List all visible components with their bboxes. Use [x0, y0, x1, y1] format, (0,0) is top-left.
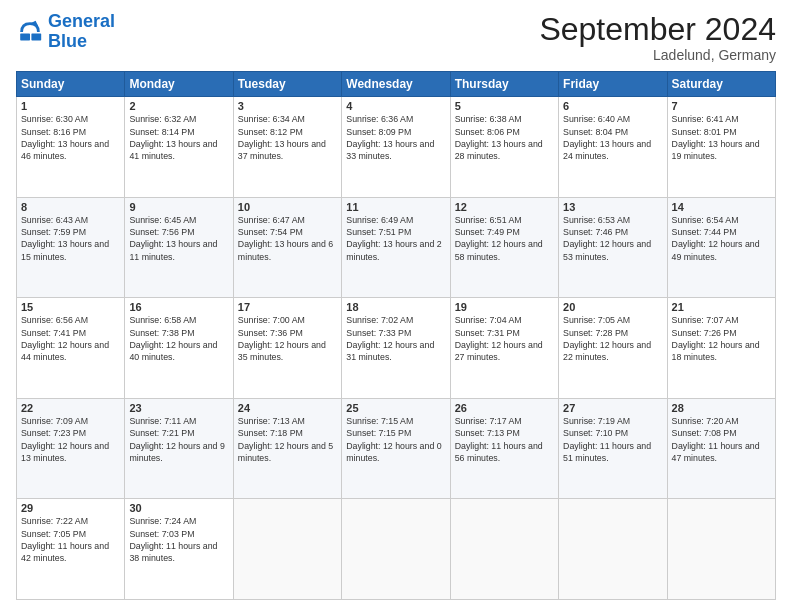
day-info: Sunrise: 7:19 AMSunset: 7:10 PMDaylight:… [563, 415, 662, 464]
calendar-cell: 2Sunrise: 6:32 AMSunset: 8:14 PMDaylight… [125, 97, 233, 198]
calendar-cell: 9Sunrise: 6:45 AMSunset: 7:56 PMDaylight… [125, 197, 233, 298]
calendar-cell [667, 499, 775, 600]
weekday-header: Friday [559, 72, 667, 97]
weekday-header: Tuesday [233, 72, 341, 97]
day-info: Sunrise: 6:40 AMSunset: 8:04 PMDaylight:… [563, 113, 662, 162]
day-info: Sunrise: 7:24 AMSunset: 7:03 PMDaylight:… [129, 515, 228, 564]
day-info: Sunrise: 6:41 AMSunset: 8:01 PMDaylight:… [672, 113, 771, 162]
day-number: 16 [129, 301, 228, 313]
logo-text: General Blue [48, 12, 115, 52]
weekday-header: Saturday [667, 72, 775, 97]
day-info: Sunrise: 7:07 AMSunset: 7:26 PMDaylight:… [672, 314, 771, 363]
day-number: 17 [238, 301, 337, 313]
day-info: Sunrise: 6:47 AMSunset: 7:54 PMDaylight:… [238, 214, 337, 263]
title-block: September 2024 Ladelund, Germany [539, 12, 776, 63]
day-info: Sunrise: 6:38 AMSunset: 8:06 PMDaylight:… [455, 113, 554, 162]
day-number: 3 [238, 100, 337, 112]
weekday-header: Wednesday [342, 72, 450, 97]
calendar-cell: 22Sunrise: 7:09 AMSunset: 7:23 PMDayligh… [17, 398, 125, 499]
location: Ladelund, Germany [539, 47, 776, 63]
day-info: Sunrise: 7:22 AMSunset: 7:05 PMDaylight:… [21, 515, 120, 564]
day-info: Sunrise: 6:56 AMSunset: 7:41 PMDaylight:… [21, 314, 120, 363]
day-number: 25 [346, 402, 445, 414]
calendar-cell: 10Sunrise: 6:47 AMSunset: 7:54 PMDayligh… [233, 197, 341, 298]
day-number: 2 [129, 100, 228, 112]
logo-line1: General [48, 11, 115, 31]
day-number: 14 [672, 201, 771, 213]
calendar-cell: 26Sunrise: 7:17 AMSunset: 7:13 PMDayligh… [450, 398, 558, 499]
day-number: 30 [129, 502, 228, 514]
day-number: 12 [455, 201, 554, 213]
day-info: Sunrise: 6:43 AMSunset: 7:59 PMDaylight:… [21, 214, 120, 263]
calendar-cell: 8Sunrise: 6:43 AMSunset: 7:59 PMDaylight… [17, 197, 125, 298]
day-info: Sunrise: 7:00 AMSunset: 7:36 PMDaylight:… [238, 314, 337, 363]
day-info: Sunrise: 6:58 AMSunset: 7:38 PMDaylight:… [129, 314, 228, 363]
day-number: 29 [21, 502, 120, 514]
day-info: Sunrise: 7:09 AMSunset: 7:23 PMDaylight:… [21, 415, 120, 464]
calendar-cell: 16Sunrise: 6:58 AMSunset: 7:38 PMDayligh… [125, 298, 233, 399]
calendar-cell [342, 499, 450, 600]
calendar-cell: 5Sunrise: 6:38 AMSunset: 8:06 PMDaylight… [450, 97, 558, 198]
page: General Blue September 2024 Ladelund, Ge… [0, 0, 792, 612]
logo: General Blue [16, 12, 115, 52]
calendar-cell: 19Sunrise: 7:04 AMSunset: 7:31 PMDayligh… [450, 298, 558, 399]
calendar-cell: 6Sunrise: 6:40 AMSunset: 8:04 PMDaylight… [559, 97, 667, 198]
day-info: Sunrise: 7:15 AMSunset: 7:15 PMDaylight:… [346, 415, 445, 464]
day-number: 11 [346, 201, 445, 213]
calendar-cell: 13Sunrise: 6:53 AMSunset: 7:46 PMDayligh… [559, 197, 667, 298]
calendar-cell: 7Sunrise: 6:41 AMSunset: 8:01 PMDaylight… [667, 97, 775, 198]
top-section: General Blue September 2024 Ladelund, Ge… [16, 12, 776, 63]
logo-icon [16, 18, 44, 46]
calendar-cell: 11Sunrise: 6:49 AMSunset: 7:51 PMDayligh… [342, 197, 450, 298]
day-info: Sunrise: 7:11 AMSunset: 7:21 PMDaylight:… [129, 415, 228, 464]
day-number: 15 [21, 301, 120, 313]
calendar-cell: 28Sunrise: 7:20 AMSunset: 7:08 PMDayligh… [667, 398, 775, 499]
day-info: Sunrise: 6:34 AMSunset: 8:12 PMDaylight:… [238, 113, 337, 162]
day-number: 27 [563, 402, 662, 414]
day-info: Sunrise: 7:17 AMSunset: 7:13 PMDaylight:… [455, 415, 554, 464]
day-info: Sunrise: 6:54 AMSunset: 7:44 PMDaylight:… [672, 214, 771, 263]
svg-rect-0 [20, 33, 30, 40]
day-info: Sunrise: 6:32 AMSunset: 8:14 PMDaylight:… [129, 113, 228, 162]
day-number: 20 [563, 301, 662, 313]
weekday-header: Monday [125, 72, 233, 97]
calendar-cell: 30Sunrise: 7:24 AMSunset: 7:03 PMDayligh… [125, 499, 233, 600]
day-number: 10 [238, 201, 337, 213]
day-number: 7 [672, 100, 771, 112]
day-number: 4 [346, 100, 445, 112]
day-number: 18 [346, 301, 445, 313]
weekday-header: Sunday [17, 72, 125, 97]
day-info: Sunrise: 7:13 AMSunset: 7:18 PMDaylight:… [238, 415, 337, 464]
calendar-cell: 17Sunrise: 7:00 AMSunset: 7:36 PMDayligh… [233, 298, 341, 399]
day-number: 6 [563, 100, 662, 112]
logo-line2: Blue [48, 31, 87, 51]
day-number: 24 [238, 402, 337, 414]
day-number: 13 [563, 201, 662, 213]
calendar-cell: 29Sunrise: 7:22 AMSunset: 7:05 PMDayligh… [17, 499, 125, 600]
calendar-cell: 15Sunrise: 6:56 AMSunset: 7:41 PMDayligh… [17, 298, 125, 399]
day-number: 28 [672, 402, 771, 414]
month-title: September 2024 [539, 12, 776, 47]
day-info: Sunrise: 7:05 AMSunset: 7:28 PMDaylight:… [563, 314, 662, 363]
day-number: 26 [455, 402, 554, 414]
day-number: 8 [21, 201, 120, 213]
day-info: Sunrise: 7:20 AMSunset: 7:08 PMDaylight:… [672, 415, 771, 464]
day-info: Sunrise: 6:45 AMSunset: 7:56 PMDaylight:… [129, 214, 228, 263]
day-number: 1 [21, 100, 120, 112]
day-info: Sunrise: 7:04 AMSunset: 7:31 PMDaylight:… [455, 314, 554, 363]
day-info: Sunrise: 6:53 AMSunset: 7:46 PMDaylight:… [563, 214, 662, 263]
weekday-header: Thursday [450, 72, 558, 97]
day-info: Sunrise: 6:36 AMSunset: 8:09 PMDaylight:… [346, 113, 445, 162]
day-info: Sunrise: 6:51 AMSunset: 7:49 PMDaylight:… [455, 214, 554, 263]
day-info: Sunrise: 6:30 AMSunset: 8:16 PMDaylight:… [21, 113, 120, 162]
calendar-cell: 3Sunrise: 6:34 AMSunset: 8:12 PMDaylight… [233, 97, 341, 198]
calendar-cell: 23Sunrise: 7:11 AMSunset: 7:21 PMDayligh… [125, 398, 233, 499]
calendar-cell: 27Sunrise: 7:19 AMSunset: 7:10 PMDayligh… [559, 398, 667, 499]
day-info: Sunrise: 6:49 AMSunset: 7:51 PMDaylight:… [346, 214, 445, 263]
calendar-cell: 24Sunrise: 7:13 AMSunset: 7:18 PMDayligh… [233, 398, 341, 499]
day-number: 9 [129, 201, 228, 213]
day-number: 5 [455, 100, 554, 112]
day-number: 23 [129, 402, 228, 414]
day-number: 19 [455, 301, 554, 313]
calendar-cell: 4Sunrise: 6:36 AMSunset: 8:09 PMDaylight… [342, 97, 450, 198]
